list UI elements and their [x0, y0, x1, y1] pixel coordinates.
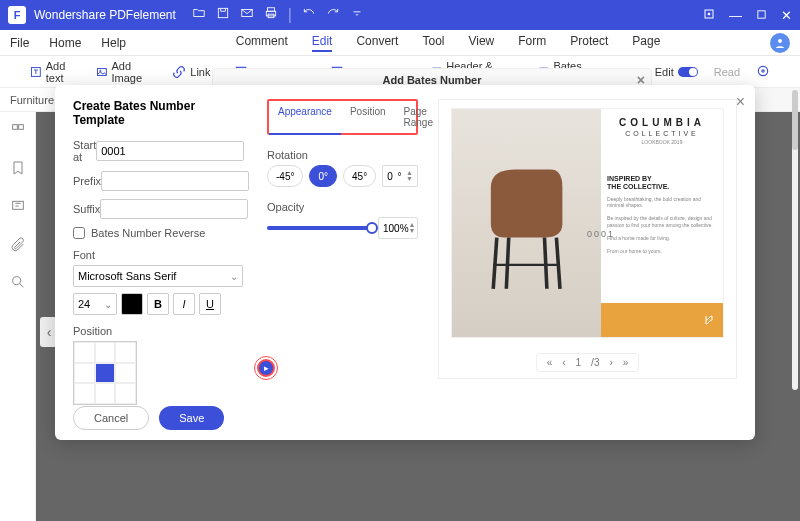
tab-appearance[interactable]: Appearance [269, 101, 341, 135]
cancel-button[interactable]: Cancel [73, 406, 149, 430]
position-center [95, 363, 116, 384]
minimize-icon[interactable]: — [729, 8, 742, 23]
tool-add-image[interactable]: Add Image [96, 60, 157, 84]
tool-add-text[interactable]: Add text [30, 60, 80, 84]
font-section-label: Font [73, 249, 243, 261]
bates-template-modal: × Create Bates Number Template Start at … [55, 85, 755, 440]
maximize-icon[interactable] [756, 8, 767, 23]
menu-comment[interactable]: Comment [236, 34, 288, 52]
preview-body-text: Deeply breathtaking, the bold creation a… [607, 196, 717, 255]
menu-tool[interactable]: Tool [422, 34, 444, 52]
menu-form[interactable]: Form [518, 34, 546, 52]
edit-toggle[interactable] [678, 67, 698, 77]
svg-rect-19 [12, 125, 17, 130]
suffix-input[interactable] [100, 199, 248, 219]
modal-close-icon[interactable]: × [736, 93, 745, 111]
svg-point-17 [758, 66, 767, 75]
bookmark-icon[interactable] [10, 160, 26, 180]
modal-title: Create Bates Number Template [73, 99, 243, 127]
add-button[interactable]: ▸ [257, 359, 275, 377]
opacity-label: Opacity [267, 201, 418, 213]
svg-point-6 [708, 13, 710, 15]
reverse-label: Bates Number Reverse [91, 227, 205, 239]
svg-point-18 [762, 69, 764, 71]
folder-icon[interactable] [192, 6, 206, 24]
rotation-0[interactable]: 0° [309, 165, 337, 187]
print-icon[interactable] [264, 6, 278, 24]
bold-button[interactable]: B [147, 293, 169, 315]
page-total: /3 [591, 357, 599, 368]
rotation-45[interactable]: 45° [343, 165, 376, 187]
opacity-value-input[interactable]: 100%▲▼ [378, 217, 418, 239]
thumbnails-icon[interactable] [10, 122, 26, 142]
menu-view[interactable]: View [468, 34, 494, 52]
menu-help[interactable]: Help [101, 36, 126, 50]
reverse-checkbox[interactable] [73, 227, 85, 239]
window-box-icon[interactable] [703, 8, 715, 23]
position-section-label: Position [73, 325, 243, 337]
mode-read[interactable]: Read [714, 66, 740, 78]
mode-edit[interactable]: Edit [655, 66, 698, 78]
prefix-input[interactable] [101, 171, 249, 191]
bates-overlay: 0001 [587, 229, 615, 239]
position-grid[interactable] [73, 341, 137, 405]
page-first-icon[interactable]: « [547, 357, 553, 368]
undo-icon[interactable] [302, 6, 316, 24]
titlebar: F Wondershare PDFelement | — ✕ [0, 0, 800, 30]
menu-page[interactable]: Page [632, 34, 660, 52]
divider: | [288, 6, 292, 24]
preview-brand: COLUMBIA [607, 117, 717, 128]
svg-rect-2 [267, 8, 274, 12]
menubar: File Home Help Comment Edit Convert Tool… [0, 30, 800, 56]
rotation-custom-input[interactable]: 0°▲▼ [382, 165, 418, 187]
page-current: 1 [576, 357, 582, 368]
dropdown-icon[interactable] [350, 6, 364, 24]
svg-rect-10 [97, 68, 106, 75]
preview-pager: « ‹ 1/3 › » [536, 353, 640, 372]
save-button[interactable]: Save [159, 406, 224, 430]
redo-icon[interactable] [326, 6, 340, 24]
svg-rect-0 [218, 8, 227, 17]
app-logo: F [8, 6, 26, 24]
search-icon[interactable] [10, 274, 26, 294]
user-avatar[interactable] [770, 33, 790, 53]
tool-settings-icon[interactable] [756, 64, 770, 80]
preview-subtitle: COLLECTIVE [607, 130, 717, 137]
attachment-icon[interactable] [10, 236, 26, 256]
rotation-minus45[interactable]: -45° [267, 165, 303, 187]
preview-headline: INSPIRED BYTHE COLLECTIVE. [607, 175, 717, 192]
page-last-icon[interactable]: » [623, 357, 629, 368]
svg-point-22 [12, 277, 20, 285]
font-color-button[interactable] [121, 293, 143, 315]
app-title: Wondershare PDFelement [34, 8, 176, 22]
underline-button[interactable]: U [199, 293, 221, 315]
preview-image [452, 109, 601, 337]
page-next-icon[interactable]: › [609, 357, 612, 368]
start-at-label: Start at [73, 139, 96, 163]
menu-protect[interactable]: Protect [570, 34, 608, 52]
svg-rect-21 [12, 201, 23, 209]
menu-home[interactable]: Home [49, 36, 81, 50]
save-icon[interactable] [216, 6, 230, 24]
rotation-label: Rotation [267, 149, 418, 161]
left-rail [0, 112, 36, 521]
comment-icon[interactable] [10, 198, 26, 218]
suffix-label: Suffix [73, 203, 100, 215]
page-prev-icon[interactable]: ‹ [562, 357, 565, 368]
opacity-slider[interactable] [267, 226, 372, 230]
menu-file[interactable]: File [10, 36, 29, 50]
italic-button[interactable]: I [173, 293, 195, 315]
scrollbar[interactable] [792, 90, 798, 390]
tab-position[interactable]: Position [341, 101, 395, 133]
mail-icon[interactable] [240, 6, 254, 24]
font-size-select[interactable]: 24 [73, 293, 117, 315]
prefix-label: Prefix [73, 175, 101, 187]
font-family-select[interactable]: Microsoft Sans Serif [73, 265, 243, 287]
menu-edit[interactable]: Edit [312, 34, 333, 52]
preview-footer-bar [601, 303, 723, 337]
svg-point-8 [778, 39, 782, 43]
menu-convert[interactable]: Convert [356, 34, 398, 52]
preview-page: COLUMBIA COLLECTIVE LOOKBOOK 2019 INSPIR… [451, 108, 724, 338]
start-at-input[interactable] [96, 141, 244, 161]
window-close-icon[interactable]: ✕ [781, 8, 792, 23]
